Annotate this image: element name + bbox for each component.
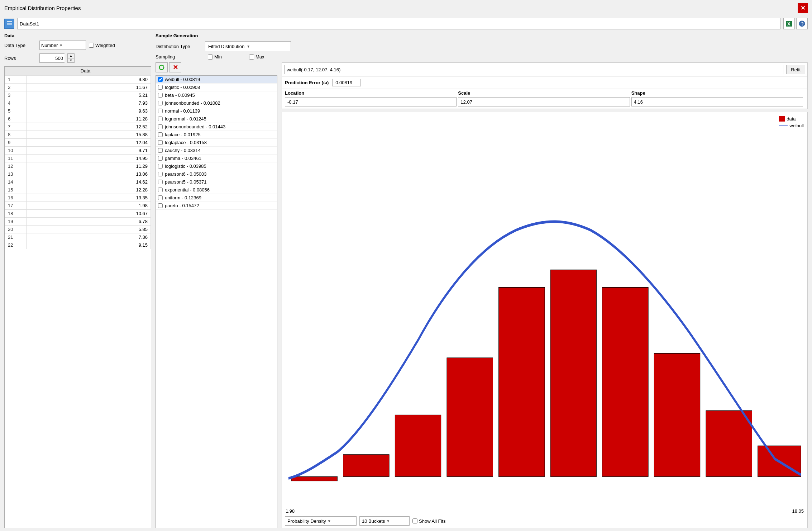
data-type-label: Data Type	[4, 43, 37, 48]
table-row: 611.28	[5, 115, 151, 123]
svg-text:?: ?	[801, 21, 804, 27]
table-row: 35.21	[5, 91, 151, 99]
row-data: 10.67	[27, 210, 151, 218]
fit-item-checkbox[interactable]	[158, 117, 163, 121]
fit-list[interactable]: weibull - 0.00819logistic - 0.00908beta …	[156, 75, 277, 528]
fit-list-item[interactable]: beta - 0.00945	[156, 91, 277, 99]
fit-item-checkbox[interactable]	[158, 93, 163, 98]
fit-item-label: cauchy - 0.03314	[165, 148, 201, 153]
dataset-name-input[interactable]	[17, 18, 780, 29]
shape-label: Shape	[631, 90, 804, 96]
fit-list-item[interactable]: pareto - 0.15472	[156, 202, 277, 210]
row-num: 4	[5, 99, 27, 107]
min-checkbox-label[interactable]: Min	[208, 54, 222, 60]
table-row: 59.63	[5, 107, 151, 115]
row-num: 1	[5, 76, 27, 84]
fit-list-item[interactable]: logistic - 0.00908	[156, 84, 277, 91]
fit-item-checkbox[interactable]	[158, 109, 163, 113]
svg-rect-16	[602, 288, 649, 477]
dist-type-chevron-icon: ▼	[247, 44, 250, 48]
row-data: 1.98	[27, 202, 151, 210]
fit-item-checkbox[interactable]	[158, 148, 163, 153]
fit-item-checkbox[interactable]	[158, 101, 163, 105]
probability-density-dropdown[interactable]: Probability Density ▼	[285, 516, 357, 526]
fit-list-item[interactable]: loglogistic - 0.03985	[156, 162, 277, 170]
fit-item-checkbox[interactable]	[158, 164, 163, 169]
window-title: Empirical Distribution Properties	[4, 5, 81, 11]
show-all-fits-checkbox[interactable]	[412, 518, 417, 523]
rows-decrement-button[interactable]: ▼	[67, 58, 75, 63]
table-row: 109.71	[5, 147, 151, 155]
fit-list-item[interactable]: johnsonunbounded - 0.01443	[156, 123, 277, 131]
location-label: Location	[285, 90, 458, 96]
fit-item-label: beta - 0.00945	[165, 93, 195, 98]
excel-export-button[interactable]: X	[783, 18, 795, 29]
fit-list-item[interactable]: normal - 0.01139	[156, 107, 277, 115]
dist-type-label: Distribution Type	[156, 44, 202, 49]
fit-item-checkbox[interactable]	[158, 188, 163, 192]
row-data: 9.71	[27, 147, 151, 155]
fit-list-item[interactable]: pearsont6 - 0.05003	[156, 170, 277, 178]
fit-item-checkbox[interactable]	[158, 124, 163, 129]
table-body-scroll[interactable]: 19.80211.6735.2147.9359.63611.28712.5281…	[5, 75, 151, 528]
fit-list-item[interactable]: weibull - 0.00819	[156, 76, 277, 84]
fit-list-item[interactable]: exponential - 0.08056	[156, 186, 277, 194]
weighted-checkbox-label[interactable]: Weighted	[89, 43, 115, 48]
clear-fits-button[interactable]: ✕	[169, 62, 181, 72]
param-labels-row: Location Scale Shape	[282, 89, 807, 96]
max-checkbox[interactable]	[249, 54, 254, 60]
data-type-select[interactable]: Number ▼	[39, 41, 86, 50]
close-button[interactable]: ✕	[798, 3, 808, 13]
fit-item-label: normal - 0.01139	[165, 108, 200, 114]
fit-list-item[interactable]: cauchy - 0.03314	[156, 147, 277, 155]
fit-item-checkbox[interactable]	[158, 85, 163, 90]
fit-item-checkbox[interactable]	[158, 203, 163, 208]
fit-item-label: loglaplace - 0.03158	[165, 140, 207, 145]
row-data: 9.80	[27, 76, 151, 84]
row-num: 16	[5, 194, 27, 202]
fit-item-checkbox[interactable]	[158, 140, 163, 145]
help-button[interactable]: ?	[796, 18, 808, 29]
fit-list-panel: ✕ weibull - 0.00819logistic - 0.00908bet…	[156, 62, 277, 528]
buckets-dropdown[interactable]: 10 Buckets ▼	[359, 516, 410, 526]
fit-item-checkbox[interactable]	[158, 156, 163, 161]
fit-item-checkbox[interactable]	[158, 172, 163, 176]
row-num: 20	[5, 226, 27, 233]
fit-item-checkbox[interactable]	[158, 195, 163, 200]
show-all-fits-label[interactable]: Show All Fits	[412, 518, 445, 524]
table-row: 205.85	[5, 226, 151, 233]
right-panel: Sample Generation Distribution Type Fitt…	[156, 33, 808, 528]
fit-item-checkbox[interactable]	[158, 77, 163, 82]
dist-type-dropdown[interactable]: Fitted Distribution ▼	[205, 41, 291, 51]
data-table: 19.80211.6735.2147.9359.63611.28712.5281…	[5, 75, 151, 249]
refresh-fits-button[interactable]	[156, 62, 168, 72]
fit-list-item[interactable]: johnsonbounded - 0.01082	[156, 99, 277, 107]
main-content: Data Data Type Number ▼ Weighted Rows	[0, 32, 812, 531]
row-num: 2	[5, 84, 27, 91]
fit-item-checkbox[interactable]	[158, 180, 163, 184]
row-num: 8	[5, 131, 27, 139]
table-scroll-spacer	[145, 67, 151, 75]
refit-button[interactable]: Refit	[786, 65, 805, 74]
svg-text:X: X	[787, 21, 790, 27]
formula-input[interactable]	[284, 65, 783, 74]
fit-item-label: loglogistic - 0.03985	[165, 163, 206, 169]
fit-list-item[interactable]: loglaplace - 0.03158	[156, 139, 277, 147]
fit-list-item[interactable]: lognormal - 0.01245	[156, 115, 277, 123]
max-checkbox-label[interactable]: Max	[249, 54, 264, 60]
svg-rect-0	[7, 21, 12, 22]
legend-data-item: data	[779, 116, 804, 122]
fit-list-item[interactable]: gamma - 0.03461	[156, 155, 277, 162]
rows-input[interactable]	[39, 53, 65, 63]
fit-list-item[interactable]: uniform - 0.12369	[156, 194, 277, 202]
row-data: 12.04	[27, 139, 151, 147]
fit-list-item[interactable]: pearsont5 - 0.05371	[156, 178, 277, 186]
row-data: 12.28	[27, 186, 151, 194]
fit-item-checkbox[interactable]	[158, 132, 163, 137]
rows-increment-button[interactable]: ▲	[67, 53, 75, 58]
weighted-checkbox[interactable]	[89, 43, 94, 48]
fit-list-item[interactable]: laplace - 0.01925	[156, 131, 277, 139]
table-col-data-header: Data	[26, 67, 145, 75]
row-data: 7.36	[27, 233, 151, 241]
min-checkbox[interactable]	[208, 54, 213, 60]
